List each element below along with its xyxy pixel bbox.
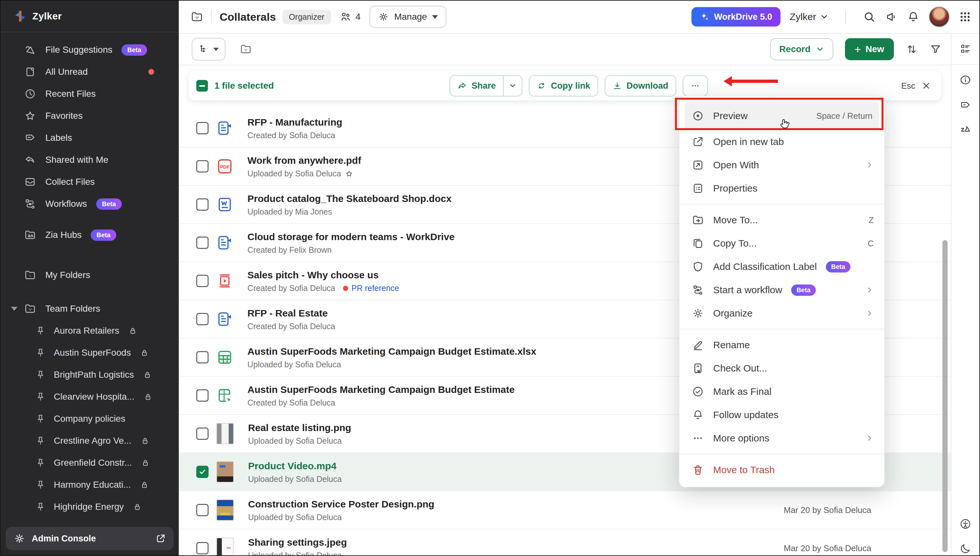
team-folder-root-icon[interactable] xyxy=(240,43,252,55)
admin-console-button[interactable]: Admin Console xyxy=(6,527,173,550)
menu-item-add-classification-label[interactable]: Add Classification Label Beta xyxy=(679,255,884,278)
row-checkbox[interactable] xyxy=(196,160,209,173)
sidebar-item-zia-hubs[interactable]: Zia Hubs Beta xyxy=(1,224,179,246)
properties-icon xyxy=(692,182,704,194)
menu-item-check-out[interactable]: Check Out... xyxy=(679,357,884,380)
zia-icon[interactable] xyxy=(959,123,972,135)
favorite-star-icon[interactable] xyxy=(345,170,353,178)
vertical-scrollbar[interactable] xyxy=(943,240,948,552)
new-button[interactable]: + New xyxy=(845,38,894,60)
sidebar-item-collect-files[interactable]: Collect Files xyxy=(1,171,179,193)
accessibility-icon[interactable] xyxy=(959,518,972,530)
download-button[interactable]: Download xyxy=(605,75,676,97)
sidebar-item-recent-files[interactable]: Recent Files xyxy=(1,83,179,105)
menu-item-organize[interactable]: Organize xyxy=(679,302,884,325)
esc-label: Esc xyxy=(901,81,915,91)
dark-mode-moon-icon[interactable] xyxy=(959,542,972,555)
file-info: Product Video.mp4 Uploaded by Sofia Delu… xyxy=(248,460,342,484)
menu-item-move-to[interactable]: Move To... Z xyxy=(679,208,884,232)
menu-item-preview[interactable]: Preview Space / Return xyxy=(685,102,879,130)
file-row[interactable]: Sharing settings.jpeg Uploaded by Sofia … xyxy=(179,530,951,555)
menu-item-move-to-trash[interactable]: Move to Trash xyxy=(679,458,884,482)
sidebar-item-file-suggestions[interactable]: File Suggestions Beta xyxy=(1,39,179,61)
menu-item-start-a-workflow[interactable]: Start a workflow Beta xyxy=(679,278,884,302)
menu-item-follow-updates[interactable]: Follow updates xyxy=(679,403,884,427)
team-folder-item[interactable]: Greenfield Constr... xyxy=(1,452,179,474)
row-checkbox[interactable] xyxy=(196,351,209,364)
row-checkbox[interactable] xyxy=(196,390,209,402)
notifications-bell-icon[interactable] xyxy=(907,10,920,23)
user-avatar[interactable] xyxy=(929,6,949,27)
labels-tag-icon[interactable] xyxy=(959,99,972,111)
record-button[interactable]: Record xyxy=(770,38,833,60)
menu-item-label: Copy To... xyxy=(713,238,757,249)
selection-checkbox[interactable] xyxy=(196,80,208,92)
download-icon xyxy=(612,81,622,91)
menu-item-copy-to[interactable]: Copy To... C xyxy=(679,232,884,255)
team-folder-item[interactable]: Highridge Energy xyxy=(1,496,179,518)
trash-icon xyxy=(692,464,704,476)
apps-grid-icon[interactable] xyxy=(959,10,972,23)
more-actions-button[interactable] xyxy=(683,75,708,97)
team-folder-item[interactable]: Crestline Agro Ve... xyxy=(1,430,179,452)
row-checkbox[interactable] xyxy=(196,542,209,554)
row-checkbox[interactable] xyxy=(196,428,209,440)
workdrive-version-button[interactable]: WorkDrive 5.0 xyxy=(692,7,781,26)
team-folder-item[interactable]: Aurora Retailers xyxy=(1,320,179,342)
view-switcher-button[interactable] xyxy=(192,38,225,60)
row-checkbox[interactable] xyxy=(196,237,209,249)
list-details-icon[interactable] xyxy=(959,43,972,55)
team-folder-item[interactable]: Clearview Hospita... xyxy=(1,386,179,408)
team-folder-item[interactable]: Harmony Educati... xyxy=(1,474,179,496)
menu-item-open-in-new-tab[interactable]: Open in new tab xyxy=(679,130,884,154)
sidebar-item-favorites[interactable]: Favorites xyxy=(1,105,179,127)
team-folder-item[interactable]: BrightPath Logistics xyxy=(1,364,179,386)
sort-icon[interactable] xyxy=(905,43,918,55)
row-checkbox[interactable] xyxy=(196,466,209,478)
close-icon[interactable] xyxy=(922,81,931,90)
expand-caret-icon[interactable] xyxy=(11,307,18,311)
manage-button[interactable]: Manage xyxy=(369,6,446,28)
lock-icon xyxy=(140,480,149,489)
members-button[interactable]: 4 xyxy=(340,11,361,23)
menu-item-mark-as-final[interactable]: Mark as Final xyxy=(679,380,884,403)
row-checkbox[interactable] xyxy=(196,504,209,516)
row-checkbox[interactable] xyxy=(196,313,209,325)
clock-icon xyxy=(24,88,36,100)
word-doc-icon xyxy=(216,196,233,213)
share-dropdown[interactable] xyxy=(503,76,522,96)
info-icon[interactable] xyxy=(959,74,972,86)
row-checkbox[interactable] xyxy=(196,199,209,211)
sidebar-item-label: Workflows xyxy=(45,199,87,209)
announcements-icon[interactable] xyxy=(885,10,898,23)
org-switcher[interactable]: Zylker xyxy=(790,11,828,22)
menu-item-properties[interactable]: Properties xyxy=(679,177,884,200)
team-folder-item[interactable]: Austin SuperFoods xyxy=(1,342,179,364)
menu-item-rename[interactable]: Rename xyxy=(679,333,884,357)
sidebar-item-my-folders[interactable]: My Folders xyxy=(1,264,179,286)
menu-item-label: Open in new tab xyxy=(713,136,784,147)
file-row[interactable]: Construction Service Poster Design.png U… xyxy=(179,491,951,530)
search-icon[interactable] xyxy=(863,10,876,23)
sidebar-item-label: Recent Files xyxy=(45,89,96,99)
file-thumbnail xyxy=(216,499,234,521)
row-checkbox[interactable] xyxy=(196,275,209,287)
menu-shortcut: Z xyxy=(868,215,874,225)
sidebar-item-team-folders[interactable]: Team Folders xyxy=(1,298,179,320)
team-folder-item[interactable]: Company policies xyxy=(1,408,179,430)
divider xyxy=(845,10,846,24)
sidebar-item-all-unread[interactable]: All Unread xyxy=(1,61,179,83)
filter-icon[interactable] xyxy=(930,43,942,55)
copy-link-button[interactable]: Copy link xyxy=(529,75,598,97)
team-folder-icon xyxy=(24,302,36,315)
sidebar-item-labels[interactable]: Labels xyxy=(1,127,179,149)
menu-item-open-with[interactable]: Open With xyxy=(679,154,884,177)
menu-item-more-options[interactable]: More options xyxy=(679,427,884,450)
row-checkbox[interactable] xyxy=(196,122,209,134)
sidebar-item-shared-with-me[interactable]: Shared with Me xyxy=(1,149,179,171)
label-text: PR reference xyxy=(352,283,399,293)
file-label[interactable]: PR reference xyxy=(343,283,399,293)
file-name: Sales pitch - Why choose us xyxy=(248,269,399,281)
sidebar-item-workflows[interactable]: Workflows Beta xyxy=(1,193,179,215)
share-button[interactable]: Share xyxy=(450,75,522,97)
